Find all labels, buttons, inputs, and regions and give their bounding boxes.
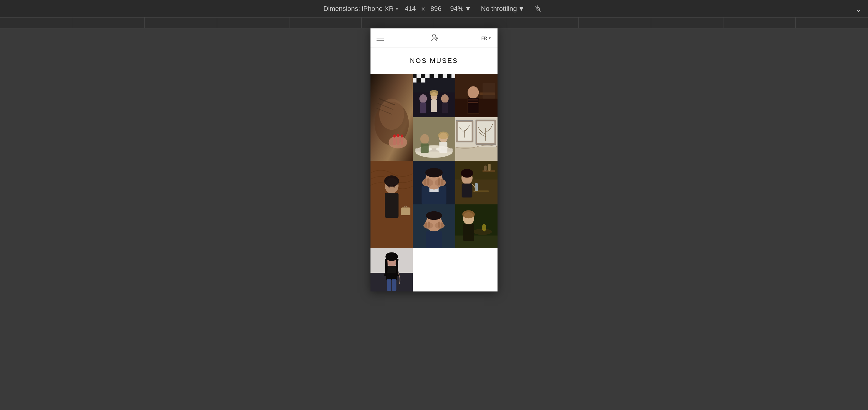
svg-point-100 [426,211,442,220]
ruler-tick [579,18,651,28]
svg-rect-28 [447,74,451,78]
svg-rect-27 [443,74,447,78]
ruler [0,18,868,28]
svg-rect-50 [483,83,495,99]
man-face-illustration [413,161,455,204]
svg-point-75 [388,185,390,187]
mobile-nav: FR ▼ [371,28,497,48]
svg-point-56 [421,134,429,144]
width-value[interactable]: 414 [403,5,418,13]
ruler-tick [289,18,362,28]
svg-point-76 [393,185,395,187]
photo-man2[interactable] [413,204,455,248]
photo-woman-jeans[interactable] [371,248,413,291]
height-value[interactable]: 896 [428,5,443,13]
zoom-arrow-icon: ▼ [465,5,471,13]
ruler-tick [217,18,289,28]
dimensions-label: Dimensions: iPhone XR [323,5,394,13]
page-title: NOS MUSES [376,57,492,65]
ruler-tick [0,18,72,28]
zoom-selector[interactable]: 94% ▼ [447,4,474,14]
svg-rect-32 [421,78,425,82]
svg-point-113 [462,211,475,219]
toolbar-right: ⌄ [855,4,862,13]
svg-rect-105 [428,222,430,228]
svg-rect-86 [438,179,440,185]
photo-group3[interactable] [413,74,455,117]
svg-rect-31 [416,78,421,82]
svg-rect-85 [427,179,429,185]
logo-icon [429,33,439,43]
lang-arrow-icon: ▼ [488,36,492,40]
svg-rect-96 [484,165,487,170]
throttle-label: No throttling [481,5,517,13]
svg-rect-106 [438,222,440,228]
throttle-arrow-icon: ▼ [518,5,525,13]
language-label: FR [481,36,487,40]
hamburger-line [376,36,384,36]
svg-rect-122 [392,279,396,291]
svg-rect-23 [425,74,430,78]
svg-rect-120 [386,266,397,280]
svg-rect-44 [468,98,479,114]
svg-rect-22 [421,74,425,78]
svg-point-14 [401,134,403,137]
photo-man-face[interactable] [413,161,455,204]
svg-point-36 [430,90,438,96]
svg-rect-39 [442,102,448,114]
no-touch-button[interactable] [531,3,545,15]
language-selector[interactable]: FR ▼ [481,36,492,40]
woman-standing-illustration [455,204,497,248]
toolbar-center: Dimensions: iPhone XR ▼ 414 x 896 94% ▼ … [323,3,545,15]
expand-button[interactable]: ⌄ [855,4,862,13]
cat-illustration [371,74,413,161]
svg-rect-26 [438,74,442,78]
svg-rect-104 [425,222,427,228]
throttle-selector[interactable]: No throttling ▼ [478,4,527,14]
ruler-tick [723,18,796,28]
svg-rect-57 [421,143,429,153]
photo-cat[interactable] [371,74,413,161]
woman-jeans-illustration [371,248,413,291]
svg-point-72 [384,176,399,187]
svg-point-60 [438,131,448,139]
svg-point-43 [468,86,479,99]
photo-woman-drink[interactable] [455,161,497,204]
dimensions-selector[interactable]: Dimensions: iPhone XR ▼ [323,5,399,13]
dimensions-arrow-icon: ▼ [395,6,399,11]
svg-rect-114 [463,224,474,241]
svg-rect-25 [434,74,438,78]
svg-rect-87 [441,179,443,185]
svg-rect-59 [439,142,447,153]
ruler-tick [651,18,723,28]
photo-woman-pattern[interactable] [455,74,497,117]
site-logo[interactable] [429,33,439,43]
mobile-device: FR ▼ NOS MUSES [371,28,497,291]
svg-rect-94 [462,184,472,197]
woman-drink-illustration [455,161,497,204]
svg-rect-30 [413,78,416,82]
group3-illustration [413,74,455,117]
svg-rect-20 [413,74,416,78]
zoom-label: 94% [450,5,463,13]
svg-rect-97 [488,164,491,171]
photo-woman-restaurant[interactable] [371,161,413,248]
man2-illustration [413,204,455,248]
devtools-toolbar: Dimensions: iPhone XR ▼ 414 x 896 94% ▼ … [0,0,868,18]
svg-rect-121 [387,279,391,291]
dimension-separator: x [421,5,425,13]
svg-rect-89 [455,180,497,204]
svg-rect-101 [426,231,442,248]
hamburger-menu[interactable] [376,36,384,40]
woman-restaurant-illustration [371,161,413,248]
svg-rect-37 [431,99,437,112]
ruler-tick [72,18,145,28]
photo-two-women-table[interactable] [413,117,455,161]
svg-point-12 [393,134,396,137]
svg-rect-21 [416,74,421,78]
ruler-tick [434,18,506,28]
svg-point-93 [461,169,473,178]
photo-woman-standing[interactable] [455,204,497,248]
woman-pattern-illustration [455,74,497,117]
photo-artwork[interactable] [455,117,497,161]
